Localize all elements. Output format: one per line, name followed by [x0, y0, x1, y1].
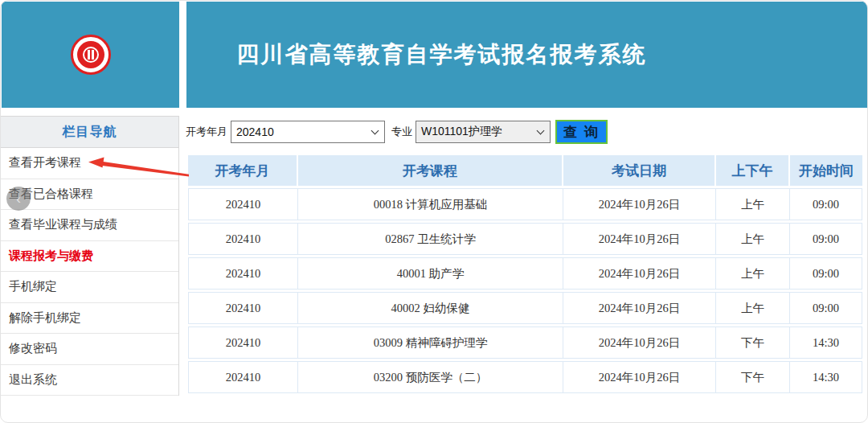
table-cell: 202410 [188, 292, 298, 324]
table-cell: 下午 [716, 326, 790, 359]
table-cell: 09:00 [790, 223, 862, 255]
table-cell: 03009 精神障碍护理学 [298, 326, 563, 359]
table-cell: 202410 [188, 257, 298, 290]
table-row: 20241003200 预防医学（二）2024年10月26日下午14:30 [188, 361, 862, 393]
page-title: 四川省高等教育自学考试报名报考系统 [237, 39, 647, 70]
chevron-down-icon [537, 126, 545, 134]
sidebar-item[interactable]: 课程报考与缴费 [1, 241, 178, 273]
table-cell: 2024年10月26日 [563, 223, 716, 255]
year-select[interactable]: 202410 [231, 121, 385, 143]
column-header: 开始时间 [790, 155, 862, 186]
table-cell: 03200 预防医学（二） [298, 361, 563, 393]
chevron-left-icon: ‹ [16, 192, 21, 206]
table-cell: 202410 [188, 361, 298, 393]
table-cell: 202410 [188, 326, 298, 359]
table-cell: 2024年10月26日 [563, 188, 716, 220]
table-row: 20241040001 助产学2024年10月26日上午09:00 [188, 257, 862, 290]
table-row: 20241040002 妇幼保健2024年10月26日上午09:00 [188, 292, 862, 324]
search-button[interactable]: 查 询 [555, 120, 608, 144]
main-content: 开考年月 202410 专业 W101101护理学 查 询 开考年月开考课程考试… [186, 116, 868, 395]
courses-table: 开考年月开考课程考试日期上下午开始时间 20241000018 计算机应用基础2… [188, 153, 862, 395]
major-select[interactable]: W101101护理学 [416, 121, 551, 143]
year-select-label: 开考年月 [186, 125, 227, 139]
sidebar: 栏目导航 查看开考课程查看已合格课程查看毕业课程与成绩课程报考与缴费手机绑定解除… [1, 116, 179, 396]
table-cell: 下午 [716, 361, 790, 393]
table-cell: 上午 [716, 223, 790, 255]
column-header: 考试日期 [563, 155, 716, 186]
header-logo-panel [2, 2, 179, 108]
table-cell: 09:00 [790, 257, 862, 290]
sidebar-item[interactable]: 查看毕业课程与成绩 [1, 210, 178, 241]
table-cell: 40002 妇幼保健 [298, 292, 563, 324]
table-row: 20241002867 卫生统计学2024年10月26日上午09:00 [188, 223, 862, 255]
sidebar-item[interactable]: 手机绑定 [1, 272, 178, 303]
table-cell: 上午 [716, 188, 790, 220]
table-cell: 上午 [716, 292, 790, 324]
sidebar-item[interactable]: 修改密码 [1, 334, 178, 365]
table-cell: 202410 [188, 223, 298, 255]
sidebar-item[interactable]: 查看开考课程 [1, 148, 178, 179]
sidebar-item[interactable]: 退出系统 [1, 365, 178, 396]
table-cell: 09:00 [790, 188, 862, 220]
courses-table-wrap: 开考年月开考课程考试日期上下午开始时间 20241000018 计算机应用基础2… [188, 153, 862, 395]
table-cell: 40001 助产学 [298, 257, 563, 290]
sidebar-title: 栏目导航 [1, 117, 178, 148]
table-header-row: 开考年月开考课程考试日期上下午开始时间 [188, 155, 862, 186]
major-select-label: 专业 [391, 125, 412, 139]
seal-logo-icon [71, 35, 111, 75]
chevron-down-icon [371, 126, 379, 134]
app-window: 四川省高等教育自学考试报名报考系统 栏目导航 查看开考课程查看已合格课程查看毕业… [0, 0, 868, 423]
header-title-panel: 四川省高等教育自学考试报名报考系统 [186, 2, 867, 108]
column-header: 开考年月 [188, 155, 298, 186]
column-header: 开考课程 [298, 155, 563, 186]
table-cell: 14:30 [790, 361, 862, 393]
column-header: 上下午 [716, 155, 790, 186]
table-row: 20241000018 计算机应用基础2024年10月26日上午09:00 [188, 188, 862, 220]
table-body: 20241000018 计算机应用基础2024年10月26日上午09:00202… [188, 188, 862, 395]
table-cell: 2024年10月26日 [563, 292, 716, 324]
table-cell: 00018 计算机应用基础 [298, 188, 563, 220]
table-cell: 上午 [716, 257, 790, 290]
table-cell: 2024年10月26日 [563, 361, 716, 393]
table-row: 20241003009 精神障碍护理学2024年10月26日下午14:30 [188, 326, 862, 359]
year-select-value: 202410 [236, 125, 274, 138]
table-cell: 202410 [188, 188, 298, 220]
floating-back-button[interactable]: ‹ [6, 187, 31, 211]
table-cell: 2024年10月26日 [563, 326, 716, 359]
table-cell: 14:30 [790, 326, 862, 359]
table-cell: 09:00 [790, 292, 862, 324]
sidebar-item-list: 查看开考课程查看已合格课程查看毕业课程与成绩课程报考与缴费手机绑定解除手机绑定修… [1, 148, 178, 396]
table-cell: 2024年10月26日 [563, 257, 716, 290]
sidebar-item[interactable]: 解除手机绑定 [1, 303, 178, 335]
filter-bar: 开考年月 202410 专业 W101101护理学 查 询 [186, 120, 608, 144]
major-select-value: W101101护理学 [421, 125, 502, 139]
table-cell: 02867 卫生统计学 [298, 223, 563, 255]
